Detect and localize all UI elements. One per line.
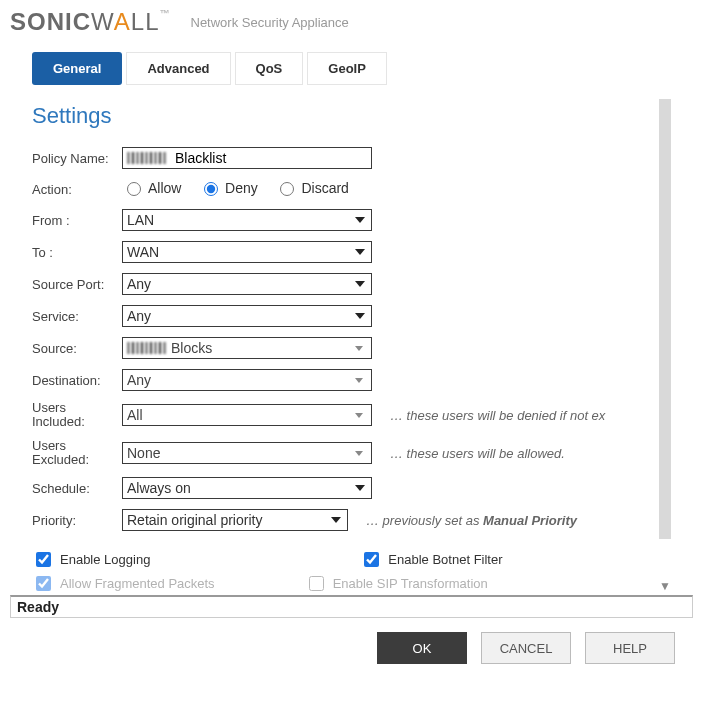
ok-button[interactable]: OK: [377, 632, 467, 664]
tab-geoip[interactable]: GeoIP: [307, 52, 387, 85]
priority-hint: … previously set as Manual Priority: [366, 513, 577, 528]
enable-sip-label: Enable SIP Transformation: [333, 576, 488, 591]
action-label: Action:: [32, 182, 122, 197]
source-combo[interactable]: Blocks: [122, 337, 372, 359]
users-included-hint: … these users will be denied if not ex: [390, 408, 605, 423]
tab-qos[interactable]: QoS: [235, 52, 304, 85]
allow-fragmented-checkbox[interactable]: [36, 576, 51, 591]
redacted-icon: [127, 152, 167, 164]
tab-bar: General Advanced QoS GeoIP: [0, 40, 703, 85]
tab-general[interactable]: General: [32, 52, 122, 85]
help-button[interactable]: HELP: [585, 632, 675, 664]
settings-panel: ▲ Settings Policy Name: Action: Allow De…: [32, 99, 671, 539]
status-bar: Ready: [10, 595, 693, 618]
service-label: Service:: [32, 309, 122, 324]
policy-name-label: Policy Name:: [32, 151, 122, 166]
enable-botnet-checkbox[interactable]: [364, 552, 379, 567]
redacted-icon: [127, 342, 167, 354]
header-subtitle: Network Security Appliance: [191, 15, 349, 30]
expand-arrow-icon[interactable]: ▼: [659, 579, 671, 591]
users-excluded-combo[interactable]: None: [122, 442, 372, 464]
brand-logo: SONICWALL™: [10, 8, 171, 36]
allow-fragmented-label: Allow Fragmented Packets: [60, 576, 215, 591]
schedule-select[interactable]: Always on: [122, 477, 372, 499]
action-radio-group: Allow Deny Discard: [122, 179, 363, 199]
to-select[interactable]: WAN: [122, 241, 372, 263]
scroll-up-icon[interactable]: ▲: [659, 99, 671, 107]
users-included-label: Users Included:: [32, 401, 122, 429]
source-label: Source:: [32, 341, 122, 356]
tab-advanced[interactable]: Advanced: [126, 52, 230, 85]
action-deny-radio[interactable]: [204, 182, 218, 196]
cancel-button[interactable]: CANCEL: [481, 632, 571, 664]
section-title: Settings: [32, 103, 647, 129]
users-excluded-hint: … these users will be allowed.: [390, 446, 565, 461]
to-label: To :: [32, 245, 122, 260]
service-select[interactable]: Any: [122, 305, 372, 327]
enable-botnet-label: Enable Botnet Filter: [388, 552, 502, 567]
action-discard-radio[interactable]: [280, 182, 294, 196]
destination-label: Destination:: [32, 373, 122, 388]
enable-logging-label: Enable Logging: [60, 552, 150, 567]
enable-logging-checkbox[interactable]: [36, 552, 51, 567]
lower-section: Enable Logging Enable Botnet Filter Allo…: [32, 549, 671, 591]
header: SONICWALL™ Network Security Appliance: [0, 0, 703, 40]
from-select[interactable]: LAN: [122, 209, 372, 231]
source-port-select[interactable]: Any: [122, 273, 372, 295]
priority-label: Priority:: [32, 513, 122, 528]
footer-buttons: OK CANCEL HELP: [0, 618, 703, 674]
schedule-label: Schedule:: [32, 481, 122, 496]
policy-name-input[interactable]: [171, 149, 371, 167]
users-excluded-label: Users Excluded:: [32, 439, 122, 467]
source-port-label: Source Port:: [32, 277, 122, 292]
from-label: From :: [32, 213, 122, 228]
users-included-combo[interactable]: All: [122, 404, 372, 426]
priority-select[interactable]: Retain original priority: [122, 509, 348, 531]
enable-sip-checkbox[interactable]: [309, 576, 324, 591]
action-allow-radio[interactable]: [127, 182, 141, 196]
destination-combo[interactable]: Any: [122, 369, 372, 391]
